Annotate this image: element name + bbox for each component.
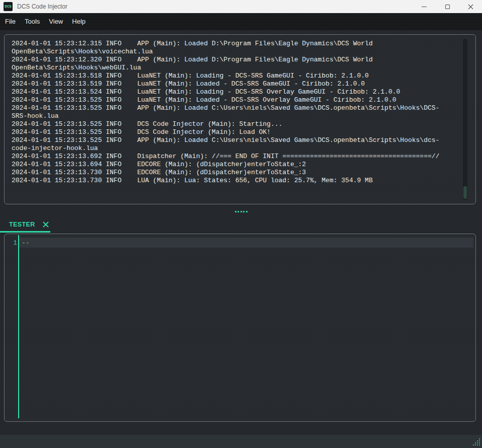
window-title: DCS Code Injector [17,3,67,10]
maximize-button[interactable] [436,0,459,13]
code-editor[interactable]: 1 -- [4,234,476,422]
splitter-dot [246,211,248,212]
log-line: 2024-01-01 15:23:12.320 INFO APP (Main):… [12,56,447,72]
menu-item-view[interactable]: View [44,13,67,30]
menu-item-tools[interactable]: Tools [20,13,44,30]
log-line: 2024-01-01 15:23:13.525 INFO DCS Code In… [12,120,447,128]
log-line: 2024-01-01 15:23:13.730 INFO EDCORE (Mai… [12,169,447,177]
status-bar [0,435,482,448]
tab-close-icon[interactable] [42,221,49,228]
minimize-icon [422,7,427,7]
titlebar: DCS DCS Code Injector [0,0,482,13]
log-output: 2024-01-01 15:23:12.315 INFO APP (Main):… [12,40,447,185]
maximize-icon [445,5,450,9]
menu-item-help[interactable]: Help [67,13,90,30]
splitter-dot [243,211,245,212]
menu-item-file[interactable]: File [1,13,20,30]
log-line: 2024-01-01 15:23:12.315 INFO APP (Main):… [12,40,447,56]
current-line-highlight [19,238,473,248]
tab-label: TESTER [9,221,35,228]
splitter-dot [240,211,242,212]
window-controls [413,0,482,13]
menu-bar: File Tools View Help [0,13,482,30]
gutter-caret-line [18,235,19,418]
log-scrollbar[interactable] [463,39,467,200]
log-line: 2024-01-01 15:23:13.692 INFO Dispatcher … [12,153,447,161]
close-icon [468,4,473,10]
log-scrollbar-thumb[interactable] [463,186,467,199]
tab-tester[interactable]: TESTER [0,218,50,233]
splitter-handle[interactable] [0,209,482,214]
code-line: -- [22,239,30,247]
app-icon: DCS [4,2,13,11]
minimize-button[interactable] [413,0,436,13]
log-line: 2024-01-01 15:23:13.525 INFO APP (Main):… [12,136,447,153]
log-line: 2024-01-01 15:23:13.525 INFO APP (Main):… [12,104,447,120]
splitter-dot [237,211,239,212]
log-line: 2024-01-01 15:23:13.525 INFO LuaNET (Mai… [12,96,447,104]
log-panel: 2024-01-01 15:23:12.315 INFO APP (Main):… [4,34,476,204]
log-line: 2024-01-01 15:23:13.518 INFO LuaNET (Mai… [12,72,447,80]
resize-grip-icon[interactable] [472,438,480,446]
log-line: 2024-01-01 15:23:13.519 INFO LuaNET (Mai… [12,80,447,88]
log-line: 2024-01-01 15:23:13.525 INFO DCS Code In… [12,128,447,136]
editor-tab-bar: TESTER [0,218,482,233]
splitter-dot [235,211,236,212]
log-line: 2024-01-01 15:23:13.730 INFO LUA (Main):… [12,177,447,185]
close-button[interactable] [459,0,482,13]
log-line: 2024-01-01 15:23:13.524 INFO LuaNET (Mai… [12,88,447,96]
app-icon-text: DCS [5,5,12,9]
log-line: 2024-01-01 15:23:13.694 INFO EDCORE (Mai… [12,161,447,169]
app-window: DCS DCS Code Injector File Tools View He… [0,0,482,448]
line-number: 1 [11,239,17,247]
